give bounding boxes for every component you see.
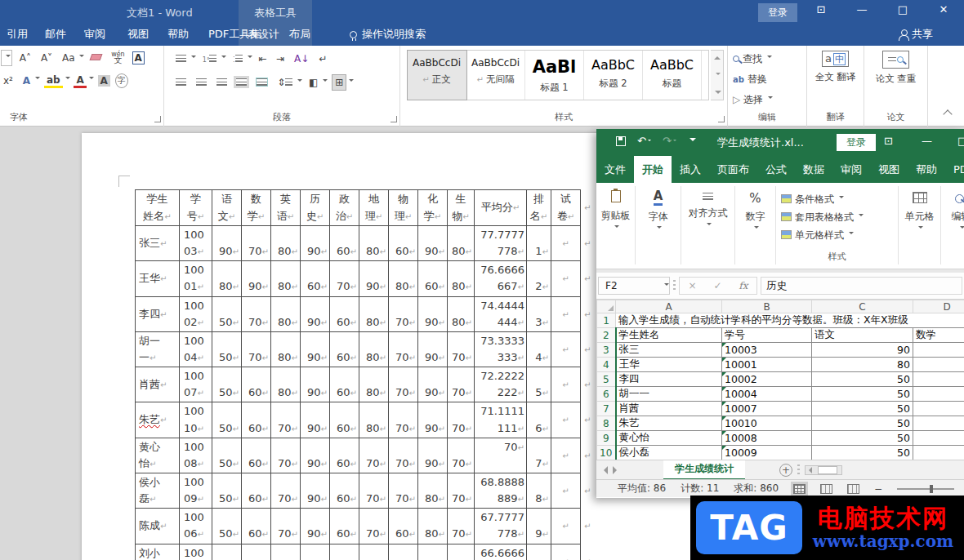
word-tab-3[interactable]: 视图 — [127, 27, 149, 42]
rank-cell[interactable]: 8↵ — [527, 473, 551, 508]
score-cell[interactable]: 50↵ — [212, 367, 242, 402]
excel-editing-group[interactable]: 编辑 — [941, 186, 964, 264]
score-cell[interactable]: 90↵ — [301, 438, 330, 473]
sheet-next-icon[interactable] — [613, 466, 621, 474]
grid-empty-cell[interactable] — [913, 343, 964, 358]
score-cell[interactable]: 60↵ — [242, 509, 271, 544]
score-cell[interactable]: 90↵ — [301, 367, 330, 402]
score-cell[interactable]: 60↵ — [242, 473, 271, 508]
score-cell[interactable]: 80↵ — [271, 367, 301, 402]
cells-group[interactable]: 单元格 — [899, 186, 941, 264]
full-translate-button[interactable]: a中 全文 翻译 — [807, 51, 864, 83]
align-left-icon[interactable] — [173, 75, 189, 90]
table-header-7[interactable]: 地 理↵ — [359, 190, 389, 226]
style-button-0[interactable]: 条件格式 — [781, 193, 844, 207]
row-number[interactable]: 10 — [597, 446, 616, 460]
score-cell[interactable]: 90↵ — [301, 544, 330, 560]
student-id-cell[interactable]: 100 02↵ — [180, 296, 212, 331]
name-box[interactable]: F2 — [598, 277, 670, 295]
score-cell[interactable]: 80↵ — [359, 296, 389, 331]
score-cell[interactable]: 70↵ — [242, 331, 271, 367]
cancel-icon[interactable]: × — [688, 280, 696, 291]
score-cell[interactable]: 90↵ — [418, 226, 448, 261]
rank-cell[interactable]: 9↵ — [527, 509, 551, 544]
score-cell[interactable]: 80↵ — [271, 331, 301, 367]
select-button[interactable]: ▷ 选择 — [733, 93, 773, 107]
save-icon[interactable] — [616, 136, 626, 146]
exam-cell[interactable]: ↵ — [551, 261, 581, 296]
score-cell[interactable]: 90↵ — [359, 261, 389, 296]
word-context-tab-1[interactable]: 布局 — [289, 27, 310, 42]
table-header-13[interactable]: 试 卷↵ — [551, 190, 581, 226]
grid-empty-cell[interactable] — [913, 446, 964, 460]
collapse-ribbon-icon[interactable] — [943, 109, 952, 118]
style-item-1[interactable]: AaBbCcDi↵ 无间隔 — [466, 51, 525, 100]
score-cell[interactable]: 70↵ — [271, 509, 301, 544]
excel-tab-6[interactable]: 审阅 — [832, 156, 870, 183]
grid-id-cell[interactable]: 10009 — [722, 446, 812, 460]
score-cell[interactable]: 80↵ — [448, 296, 475, 331]
select-all-corner[interactable] — [597, 300, 616, 313]
score-cell[interactable]: 50↵ — [212, 473, 242, 508]
row-number[interactable]: 6 — [597, 387, 616, 402]
score-cell[interactable]: 70↵ — [448, 473, 475, 508]
scroll-up-icon[interactable] — [714, 53, 721, 60]
page-layout-view-icon[interactable] — [820, 484, 832, 494]
style-button-2[interactable]: 单元格样式 — [781, 229, 854, 242]
customize-qat-icon[interactable] — [690, 138, 696, 144]
score-cell[interactable]: 50↵ — [212, 331, 242, 367]
word-tab-1[interactable]: 邮件 — [45, 27, 66, 42]
excel-tab-3[interactable]: 页面布 — [709, 156, 757, 183]
score-cell[interactable]: 70↵ — [448, 544, 475, 560]
font-dialog-launcher-icon[interactable] — [154, 116, 161, 122]
score-cell[interactable]: 70↵ — [418, 544, 448, 560]
score-cell[interactable]: 60↵ — [330, 509, 359, 544]
score-cell[interactable]: 90↵ — [301, 402, 330, 438]
scrollbar-thumb[interactable] — [818, 466, 837, 474]
grid-score-cell[interactable]: 50 — [812, 402, 913, 416]
row-number[interactable]: 5 — [597, 372, 616, 387]
score-cell[interactable]: 80↵ — [271, 226, 301, 261]
word-share-button[interactable]: 共享 — [899, 27, 933, 42]
grid-empty-cell[interactable] — [913, 358, 964, 372]
sheet-tab[interactable]: 学生成绩统计 — [663, 460, 745, 480]
row-number[interactable]: 1 — [597, 313, 616, 328]
change-case-button[interactable]: Aa — [60, 51, 78, 65]
score-cell[interactable]: 80↵ — [389, 261, 418, 296]
student-name-cell[interactable]: 刘小 雨↵ — [136, 544, 180, 560]
excel-tab-5[interactable]: 数据 — [795, 156, 832, 183]
distribute-icon[interactable] — [254, 75, 270, 90]
grid-name-cell[interactable]: 肖茜 — [616, 402, 722, 416]
table-header-6[interactable]: 政 治↵ — [330, 190, 359, 226]
score-cell[interactable]: 60↵ — [389, 226, 418, 261]
student-id-cell[interactable]: 100 10↵ — [180, 402, 212, 438]
table-header-0[interactable]: 学生 姓名↵ — [136, 190, 180, 226]
rank-cell[interactable]: 2↵ — [527, 261, 551, 296]
phonetic-guide-button[interactable]: wén文 — [109, 51, 127, 66]
font-color-button[interactable]: A — [74, 73, 86, 88]
grid-name-cell[interactable]: 侯小磊 — [616, 446, 722, 460]
word-tab-4[interactable]: 帮助 — [167, 27, 189, 42]
exam-cell[interactable]: ↵ — [551, 331, 581, 367]
decrease-indent-icon[interactable]: ⇤ — [256, 51, 269, 66]
score-cell[interactable]: 60↵ — [330, 402, 359, 438]
score-cell[interactable]: 70↵ — [448, 367, 475, 402]
score-cell[interactable]: 80↵ — [359, 226, 389, 261]
insert-function-icon[interactable]: fx — [739, 280, 748, 291]
score-cell[interactable]: 80↵ — [418, 509, 448, 544]
exam-cell[interactable]: ↵ — [551, 296, 581, 331]
student-id-cell[interactable]: 100 06↵ — [180, 509, 212, 544]
average-cell[interactable]: 74.4444 444↵ — [475, 296, 527, 331]
score-cell[interactable]: 50↵ — [212, 509, 242, 544]
score-cell[interactable]: 60↵ — [330, 367, 359, 402]
score-cell[interactable]: 70↵ — [389, 438, 418, 473]
score-cell[interactable]: 50↵ — [212, 544, 242, 560]
styles-dialog-launcher-icon[interactable] — [718, 116, 725, 122]
enter-icon[interactable]: ✓ — [713, 280, 721, 291]
student-id-cell[interactable]: 100 08↵ — [180, 438, 212, 473]
shading-bucket-icon[interactable]: ◧ — [306, 75, 320, 90]
excel-signin-button[interactable]: 登录 — [837, 134, 876, 151]
score-cell[interactable]: 70↵ — [359, 509, 389, 544]
score-cell[interactable]: 60↵ — [301, 261, 330, 296]
word-tab-0[interactable]: 引用 — [7, 27, 28, 42]
